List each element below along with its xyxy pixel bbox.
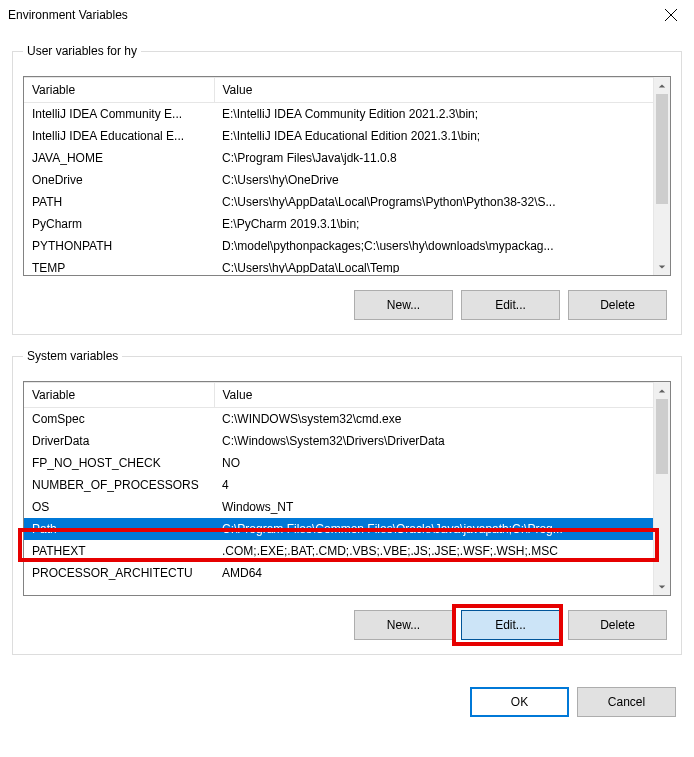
cancel-button[interactable]: Cancel <box>577 687 676 717</box>
table-row[interactable]: FP_NO_HOST_CHECKNO <box>24 452 653 474</box>
table-row[interactable]: IntelliJ IDEA Community E...E:\IntelliJ … <box>24 103 653 125</box>
column-header-variable[interactable]: Variable <box>24 78 214 103</box>
dialog-buttons-row: OK Cancel <box>0 669 694 717</box>
scroll-down-icon[interactable] <box>654 258 670 275</box>
user-variables-group: User variables for hy Variable Value <box>12 44 682 335</box>
system-new-button[interactable]: New... <box>354 610 453 640</box>
user-variables-table[interactable]: Variable Value IntelliJ IDEA Community E… <box>23 76 671 276</box>
system-edit-button[interactable]: Edit... <box>461 610 560 640</box>
table-row[interactable]: PyCharmE:\PyCharm 2019.3.1\bin; <box>24 213 653 235</box>
system-delete-button[interactable]: Delete <box>568 610 667 640</box>
scroll-up-icon[interactable] <box>654 382 670 399</box>
user-variables-legend: User variables for hy <box>23 44 141 58</box>
table-row[interactable]: ComSpecC:\WINDOWS\system32\cmd.exe <box>24 408 653 430</box>
scroll-thumb[interactable] <box>656 94 668 204</box>
table-row[interactable]: DriverDataC:\Windows\System32\Drivers\Dr… <box>24 430 653 452</box>
scrollbar[interactable] <box>653 77 670 275</box>
system-variables-legend: System variables <box>23 349 122 363</box>
scrollbar[interactable] <box>653 382 670 595</box>
user-new-button[interactable]: New... <box>354 290 453 320</box>
scroll-thumb[interactable] <box>656 399 668 474</box>
table-row-selected[interactable]: PathC:\Program Files\Common Files\Oracle… <box>24 518 653 540</box>
scroll-down-icon[interactable] <box>654 578 670 595</box>
scroll-up-icon[interactable] <box>654 77 670 94</box>
column-header-variable[interactable]: Variable <box>24 383 214 408</box>
table-row[interactable]: NUMBER_OF_PROCESSORS4 <box>24 474 653 496</box>
table-row[interactable]: OneDriveC:\Users\hy\OneDrive <box>24 169 653 191</box>
table-row[interactable]: PATHC:\Users\hy\AppData\Local\Programs\P… <box>24 191 653 213</box>
table-row[interactable]: IntelliJ IDEA Educational E...E:\Intelli… <box>24 125 653 147</box>
system-variables-table[interactable]: Variable Value ComSpecC:\WINDOWS\system3… <box>23 381 671 596</box>
titlebar: Environment Variables <box>0 0 694 30</box>
close-button[interactable] <box>648 0 694 30</box>
column-header-value[interactable]: Value <box>214 383 653 408</box>
table-row[interactable]: PATHEXT.COM;.EXE;.BAT;.CMD;.VBS;.VBE;.JS… <box>24 540 653 562</box>
environment-variables-dialog: Environment Variables User variables for… <box>0 0 694 757</box>
user-delete-button[interactable]: Delete <box>568 290 667 320</box>
table-row[interactable]: PROCESSOR_ARCHITECTUAMD64 <box>24 562 653 580</box>
system-buttons-row: New... Edit... Delete <box>23 610 671 640</box>
dialog-title: Environment Variables <box>8 8 648 22</box>
system-variables-group: System variables Variable Value <box>12 349 682 655</box>
column-header-value[interactable]: Value <box>214 78 653 103</box>
close-icon <box>665 9 677 21</box>
table-row[interactable]: JAVA_HOMEC:\Program Files\Java\jdk-11.0.… <box>24 147 653 169</box>
ok-button[interactable]: OK <box>470 687 569 717</box>
table-row[interactable]: PYTHONPATHD:\model\pythonpackages;C:\use… <box>24 235 653 257</box>
table-row[interactable]: OSWindows_NT <box>24 496 653 518</box>
user-buttons-row: New... Edit... Delete <box>23 290 671 320</box>
user-edit-button[interactable]: Edit... <box>461 290 560 320</box>
table-row[interactable]: TEMPC:\Users\hy\AppData\Local\Temp <box>24 257 653 273</box>
